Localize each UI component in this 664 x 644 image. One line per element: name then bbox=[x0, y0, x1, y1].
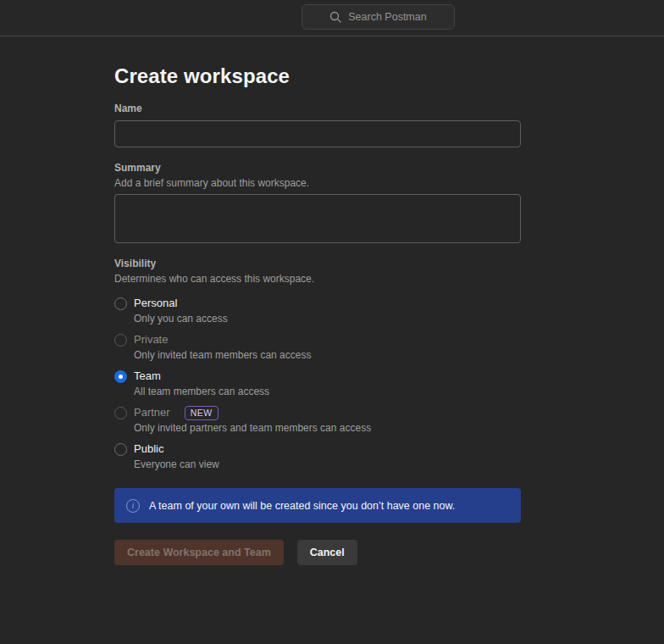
name-label: Name bbox=[114, 103, 521, 115]
option-label: Private bbox=[134, 333, 168, 347]
visibility-label: Visibility bbox=[114, 258, 521, 270]
visibility-helper: Determines who can access this workspace… bbox=[114, 273, 521, 286]
radio-team[interactable]: Team bbox=[114, 369, 521, 383]
radio-circle-public[interactable] bbox=[114, 443, 127, 456]
new-badge: NEW bbox=[185, 406, 219, 420]
radio-circle-partner bbox=[114, 407, 127, 419]
radio-circle-private bbox=[114, 334, 127, 347]
radio-public[interactable]: Public bbox=[114, 442, 521, 456]
option-label: Partner bbox=[134, 406, 170, 419]
radio-private: Private bbox=[114, 333, 521, 347]
option-description: Only invited partners and team members c… bbox=[134, 422, 521, 435]
visibility-option-personal: Personal Only you can access bbox=[114, 297, 521, 325]
page-title: Create workspace bbox=[114, 64, 521, 88]
option-description: Only invited team members can access bbox=[134, 349, 521, 362]
name-input[interactable] bbox=[114, 120, 521, 147]
radio-circle-team-selected[interactable] bbox=[114, 370, 127, 383]
radio-circle-personal[interactable] bbox=[114, 297, 127, 310]
visibility-option-public: Public Everyone can view bbox=[114, 442, 521, 471]
top-bar: Search Postman bbox=[0, 0, 664, 36]
visibility-option-private: Private Only invited team members can ac… bbox=[114, 333, 521, 362]
cancel-button[interactable]: Cancel bbox=[297, 540, 357, 565]
option-label: Personal bbox=[134, 297, 177, 310]
summary-helper: Add a brief summary about this workspace… bbox=[114, 177, 521, 190]
create-workspace-form: Create workspace Name Summary Add a brie… bbox=[0, 64, 521, 565]
option-description: Everyone can view bbox=[134, 458, 521, 471]
visibility-options: Personal Only you can access Private Onl… bbox=[114, 297, 521, 471]
option-description: Only you can access bbox=[134, 313, 521, 325]
radio-personal[interactable]: Personal bbox=[114, 297, 521, 310]
summary-textarea[interactable] bbox=[114, 194, 521, 243]
option-label: Public bbox=[134, 442, 163, 456]
visibility-option-team: Team All team members can access bbox=[114, 369, 521, 398]
visibility-option-partner: Partner NEW Only invited partners and te… bbox=[114, 406, 521, 435]
search-icon bbox=[329, 11, 341, 23]
search-placeholder: Search Postman bbox=[348, 11, 426, 23]
summary-label: Summary bbox=[114, 162, 521, 175]
radio-partner: Partner NEW bbox=[114, 406, 521, 419]
info-icon: i bbox=[126, 499, 140, 513]
team-info-banner: i A team of your own will be created sin… bbox=[114, 488, 521, 523]
global-search[interactable]: Search Postman bbox=[302, 4, 455, 30]
form-actions: Create Workspace and Team Cancel bbox=[114, 540, 521, 565]
option-label: Team bbox=[134, 369, 161, 383]
banner-text: A team of your own will be created since… bbox=[149, 500, 455, 512]
create-workspace-button: Create Workspace and Team bbox=[114, 540, 284, 565]
option-description: All team members can access bbox=[134, 386, 521, 398]
